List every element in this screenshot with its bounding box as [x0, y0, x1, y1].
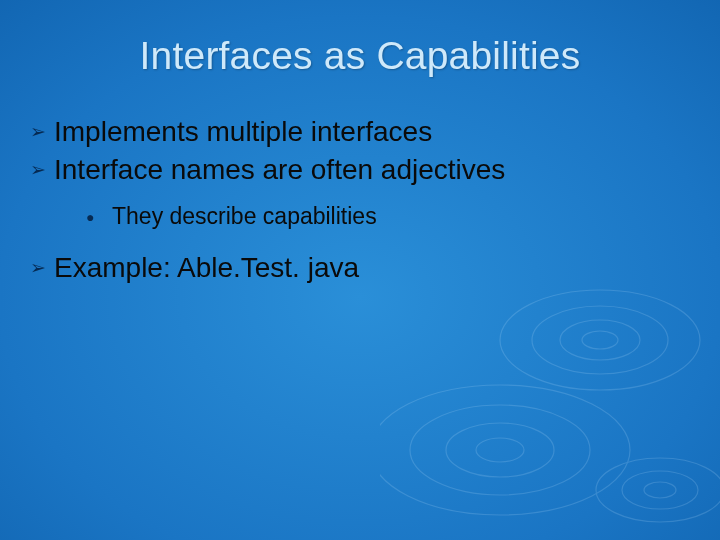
dot-bullet-icon: ● — [82, 202, 112, 232]
bullet-item: ➢ Example: Able.Test. java — [28, 250, 674, 286]
arrow-bullet-icon: ➢ — [28, 114, 54, 150]
bullet-list: ➢ Implements multiple interfaces ➢ Inter… — [28, 114, 674, 286]
sub-bullet-text: They describe capabilities — [112, 202, 377, 232]
bullet-text: Interface names are often adjectives — [54, 152, 674, 188]
arrow-bullet-icon: ➢ — [28, 152, 54, 188]
slide-title: Interfaces as Capabilities — [46, 34, 674, 78]
bullet-text: Implements multiple interfaces — [54, 114, 674, 150]
bullet-item: ➢ Interface names are often adjectives — [28, 152, 674, 188]
sub-bullet-item: ● They describe capabilities — [82, 202, 674, 232]
bullet-item: ➢ Implements multiple interfaces — [28, 114, 674, 150]
bullet-text: Example: Able.Test. java — [54, 250, 674, 286]
arrow-bullet-icon: ➢ — [28, 250, 54, 286]
slide: Interfaces as Capabilities ➢ Implements … — [0, 0, 720, 540]
